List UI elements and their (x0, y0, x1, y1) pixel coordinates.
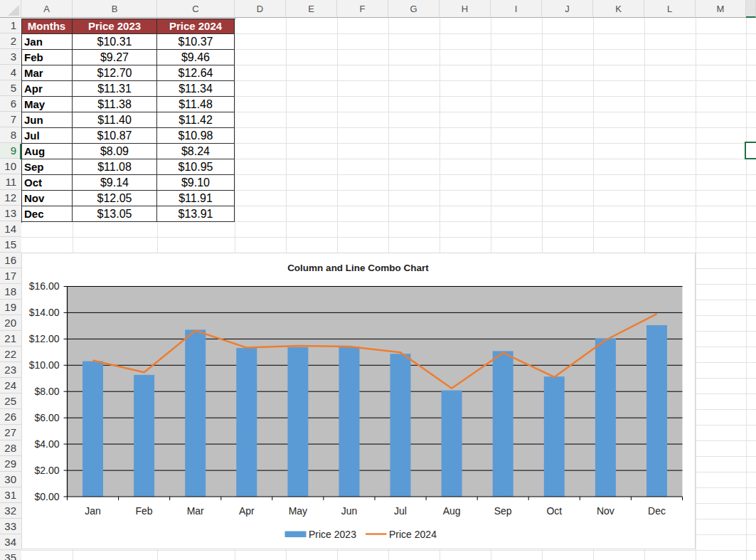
svg-text:$4.00: $4.00 (34, 438, 59, 450)
svg-text:$12.00: $12.00 (29, 333, 60, 344)
svg-text:Jan: Jan (85, 505, 101, 517)
svg-text:Oct: Oct (546, 505, 562, 517)
svg-text:$8.00: $8.00 (34, 386, 59, 397)
svg-text:Feb: Feb (136, 505, 153, 517)
svg-text:Jul: Jul (394, 505, 407, 517)
svg-text:Price 2024: Price 2024 (389, 529, 437, 540)
svg-text:Jun: Jun (341, 505, 358, 517)
svg-text:May: May (289, 505, 307, 517)
svg-text:$10.00: $10.00 (29, 359, 60, 371)
svg-text:Sep: Sep (494, 505, 512, 517)
svg-text:$0.00: $0.00 (34, 491, 59, 502)
svg-text:Nov: Nov (597, 505, 614, 517)
svg-text:$14.00: $14.00 (29, 307, 60, 318)
svg-text:Mar: Mar (187, 505, 204, 517)
svg-text:Aug: Aug (443, 505, 461, 517)
svg-text:Apr: Apr (239, 505, 255, 517)
svg-text:$6.00: $6.00 (34, 412, 59, 423)
svg-text:Dec: Dec (648, 505, 666, 517)
svg-text:Price 2023: Price 2023 (309, 529, 356, 540)
svg-text:$2.00: $2.00 (34, 465, 59, 476)
svg-text:Column and Line Combo Chart: Column and Line Combo Chart (287, 263, 429, 273)
svg-text:$16.00: $16.00 (29, 280, 60, 292)
